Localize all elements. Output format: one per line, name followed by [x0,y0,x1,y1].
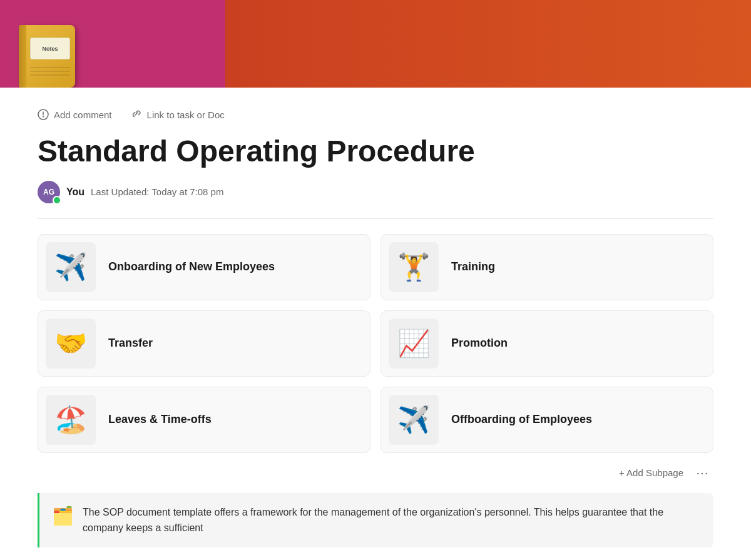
avatar: AG [38,181,60,203]
book-body: Notes [19,25,75,88]
card-label-promotion: Promotion [451,337,508,350]
card-promotion[interactable]: 📈 Promotion [381,310,713,377]
toolbar: Add comment Link to task or Doc [38,106,713,123]
link-icon [131,109,142,120]
add-subpage-row: + Add Subpage ⋯ [38,466,713,481]
comment-icon [38,109,49,120]
card-icon-promotion: 📈 [389,318,439,369]
card-training[interactable]: 🏋️ Training [381,234,713,300]
card-icon-onboarding: ✈️ [46,242,96,292]
card-label-transfer: Transfer [108,337,153,350]
cards-grid: ✈️ Onboarding of New Employees 🏋️ Traini… [38,234,713,453]
card-icon-transfer: 🤝 [46,318,96,369]
author-row: AG You Last Updated: Today at 7:08 pm [38,181,713,203]
divider [38,218,713,219]
card-label-offboarding: Offboarding of Employees [451,413,592,426]
link-button[interactable]: Link to task or Doc [131,106,225,123]
card-label-onboarding: Onboarding of New Employees [108,260,275,273]
more-options-button[interactable]: ⋯ [693,466,711,481]
book-line-1 [30,67,70,68]
card-icon-training: 🏋️ [389,242,439,292]
card-offboarding[interactable]: ✈️ Offboarding of Employees [381,387,713,453]
last-updated-label: Last Updated: Today at 7:08 pm [91,186,223,197]
book-icon: Notes [19,25,81,88]
book-label: Notes [30,38,70,59]
info-box-icon: 🗂️ [52,506,74,526]
card-label-leaves: Leaves & Time-offs [108,413,212,426]
card-onboarding[interactable]: ✈️ Onboarding of New Employees [38,234,370,300]
add-subpage-button[interactable]: + Add Subpage [619,467,683,478]
add-comment-button[interactable]: Add comment [38,106,112,123]
book-line-3 [30,74,70,76]
page-title: Standard Operating Procedure [38,135,713,168]
card-transfer[interactable]: 🤝 Transfer [38,310,370,377]
book-icon-container: Notes [19,25,81,88]
header-banner: Notes [0,0,751,88]
card-icon-offboarding: ✈️ [389,395,439,445]
card-label-training: Training [451,260,495,273]
info-box-text: The SOP document template offers a frame… [83,504,701,536]
avatar-online-badge [53,196,61,205]
book-line-2 [30,71,70,72]
card-icon-leaves: 🏖️ [46,395,96,445]
author-name: You [66,186,84,198]
book-lines [30,67,70,78]
card-leaves[interactable]: 🏖️ Leaves & Time-offs [38,387,370,453]
book-spine [19,25,26,88]
info-box: 🗂️ The SOP document template offers a fr… [38,493,713,547]
main-content: Add comment Link to task or Doc Standard… [13,88,738,560]
